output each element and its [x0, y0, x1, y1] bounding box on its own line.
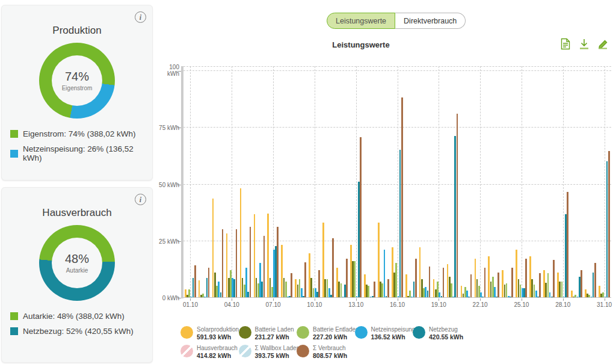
card-title-hausverbrauch: Hausverbrauch [2, 207, 152, 219]
bar-batterie-entladen-28.10 [561, 282, 563, 297]
dashboard: i Produktion 74% Eigenstrom Eigenstrom: … [0, 0, 613, 364]
donut-center: 48% Autarkie [52, 238, 102, 288]
legend-item-eigenstrom: Eigenstrom: 74% (388,02 kWh) [10, 129, 147, 138]
y-axis-label: 0 kWh [155, 295, 179, 301]
bar-batterie-entladen-20.10 [451, 283, 452, 297]
x-axis-label: 19.10 [427, 301, 451, 308]
x-axis-tick [522, 298, 522, 301]
legend-text: Autarkie: 48% (388,02 kWh) [23, 312, 125, 321]
bar-σ-verbrauch-12.10 [346, 259, 348, 297]
bar-σ-verbrauch-11.10 [332, 238, 334, 297]
info-icon[interactable]: i [135, 194, 146, 205]
legend-swatch [10, 327, 18, 335]
produktion-donut-chart: 74% Eigenstrom [39, 43, 115, 119]
legend-swatch [10, 130, 18, 138]
legend-series-name: Batterie Entladen [313, 326, 359, 333]
y-axis-label: 25 kWh [155, 238, 179, 245]
hausverbrauch-card: i Hausverbrauch 48% Autarkie Autarkie: 4… [1, 187, 153, 363]
legend-series-total: 227.20 kWh [313, 333, 359, 341]
legend-series-total: 420.55 kWh [429, 333, 463, 341]
donut-center-label: Eigenstrom [62, 85, 93, 91]
gridline-vertical [439, 66, 439, 298]
legend-color-dot [413, 326, 425, 339]
chart-legend-item-netzbezug[interactable]: Netzbezug420.55 kWh [413, 326, 463, 341]
bar-σ-verbrauch-16.10 [401, 97, 403, 297]
legend-color-dot [297, 326, 309, 339]
x-axis-tick [232, 298, 232, 301]
donut-center-value: 48% [65, 252, 89, 266]
legend-series-name: Σ Wallbox Laden [255, 345, 300, 352]
chart-legend-item-σ-wallbox-laden[interactable]: Σ Wallbox Laden393.75 kWh [239, 345, 300, 359]
legend-series-total: 591.93 kWh [197, 333, 239, 341]
bar-σ-verbrauch-21.10 [470, 274, 472, 297]
chart-toolbar [559, 37, 609, 52]
donut-center-value: 74% [65, 70, 89, 84]
bar-σ-verbrauch-17.10 [415, 259, 417, 297]
download-icon[interactable] [578, 37, 591, 52]
info-icon[interactable]: i [135, 11, 146, 23]
legend-color-dot [180, 326, 193, 339]
legend-series-total: 414.82 kWh [197, 352, 238, 359]
bar-netzeinspeisung-15.10 [384, 250, 386, 297]
bar-σ-verbrauch-07.10 [277, 227, 279, 297]
edit-icon[interactable] [596, 37, 609, 52]
bar-σ-verbrauch-29.10 [581, 270, 582, 297]
bar-σ-verbrauch-28.10 [567, 192, 568, 297]
bar-batterie-entladen-24.10 [506, 283, 508, 297]
bar-σ-verbrauch-31.10 [608, 151, 610, 297]
x-axis-tick [315, 298, 315, 301]
x-axis-label: 22.10 [468, 301, 492, 308]
bar-σ-verbrauch-08.10 [291, 273, 292, 297]
chart-legend-item-batterie-laden[interactable]: Batterie Laden231.27 kWh [239, 326, 294, 341]
bar-σ-verbrauch-10.10 [318, 270, 320, 297]
x-axis-label: 01.10 [178, 301, 202, 308]
bar-σ-verbrauch-09.10 [304, 262, 306, 297]
bar-σ-verbrauch-03.10 [222, 229, 224, 297]
bar-batterie-entladen-13.10 [354, 261, 356, 297]
y-axis-label: 50 kWh [155, 182, 179, 188]
x-axis-label: 10.10 [303, 301, 327, 308]
legend-series-name: Netzeinspeisung [371, 326, 416, 333]
bar-σ-verbrauch-25.10 [525, 259, 527, 297]
y-axis-label: 75 kWh [155, 125, 179, 131]
bar-σ-verbrauch-27.10 [553, 260, 555, 297]
legend-color-dot [239, 345, 251, 357]
gridline-vertical [356, 66, 357, 298]
chart-legend-item-σ-verbrauch[interactable]: Σ Verbrauch808.57 kWh [297, 345, 347, 359]
legend-series-name: Σ Verbrauch [313, 345, 347, 352]
legend-swatch [10, 312, 18, 320]
x-axis-tick [273, 298, 274, 301]
chart-legend-item-hausverbrauch[interactable]: Hausverbrauch414.82 kWh [180, 345, 238, 359]
hausverbrauch-legend: Autarkie: 48% (388,02 kWh) Netzbezug: 52… [10, 312, 147, 342]
bar-batterie-entladen-14.10 [368, 286, 369, 297]
chart-legend-item-solarproduktion[interactable]: Solarproduktion591.93 kWh [180, 326, 239, 341]
legend-item-netzeinspeisung: Netzeinspeisung: 26% (136,52 kWh) [10, 144, 147, 162]
y-axis-label: 100kWh [155, 64, 179, 77]
bar-batterie-entladen-08.10 [285, 282, 287, 297]
tab-leistungswerte[interactable]: Leistungswerte [327, 13, 395, 29]
legend-text: Netzeinspeisung: 26% (136,52 kWh) [23, 144, 147, 162]
legend-series-name: Netzbezug [429, 326, 463, 333]
gridline-vertical [398, 66, 398, 298]
hausverbrauch-donut-chart: 48% Autarkie [39, 225, 115, 301]
legend-color-dot [297, 345, 309, 357]
bar-solarproduktion-17.10 [405, 274, 407, 297]
bar-σ-verbrauch-05.10 [250, 227, 251, 297]
bar-σ-verbrauch-13.10 [360, 137, 362, 297]
chart-legend-item-batterie-entladen[interactable]: Batterie Entladen227.20 kWh [297, 326, 359, 341]
x-axis-tick [439, 298, 439, 301]
produktion-legend: Eigenstrom: 74% (388,02 kWh) Netzeinspei… [10, 129, 147, 168]
x-axis-label: 04.10 [220, 301, 244, 308]
legend-item-netzbezug: Netzbezug: 52% (420,55 kWh) [10, 327, 147, 336]
bar-σ-verbrauch-23.10 [497, 273, 499, 297]
legend-color-dot [355, 326, 368, 339]
bar-batterie-entladen-12.10 [340, 283, 342, 297]
chart-legend-item-netzeinspeisung[interactable]: Netzeinspeisung136.52 kWh [355, 326, 416, 341]
gridline-vertical [190, 66, 191, 298]
tab-direktverbrauch[interactable]: Direktverbrauch [395, 13, 466, 29]
gridline-vertical [522, 66, 522, 298]
report-icon[interactable] [559, 37, 572, 52]
legend-series-name: Hausverbrauch [197, 345, 238, 352]
x-axis-tick [605, 298, 605, 301]
x-axis-tick [480, 298, 481, 301]
